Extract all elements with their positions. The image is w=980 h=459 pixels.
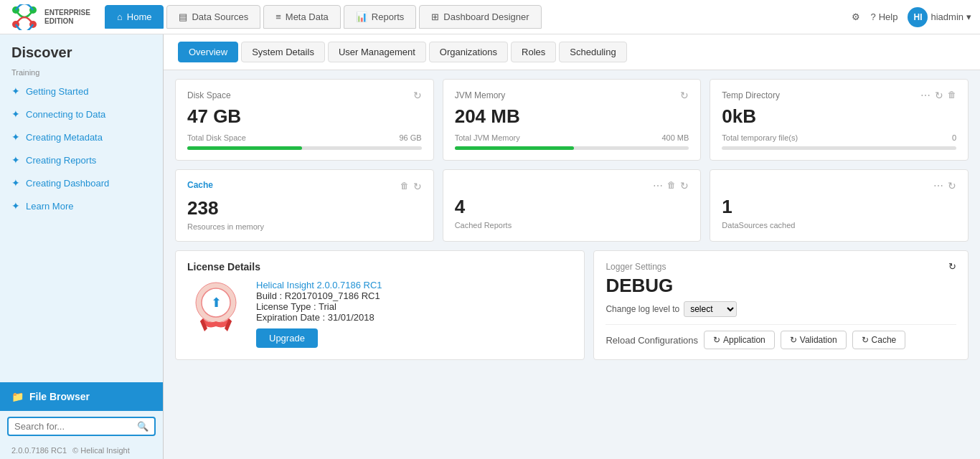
upgrade-button[interactable]: Upgrade — [256, 328, 318, 348]
subtab-overview[interactable]: Overview — [178, 42, 238, 62]
reload-app-icon: ↻ — [713, 335, 720, 345]
logger-level-select[interactable]: select DEBUG INFO WARN ERROR — [684, 301, 737, 317]
jvm-card-icons: ↻ — [680, 90, 689, 101]
search-input[interactable] — [14, 421, 137, 432]
sidebar-section-label: Training — [0, 64, 163, 80]
sidebar-footer: 2.0.0.7186 RC1 © Helical Insight — [0, 442, 163, 459]
tab-dashboard[interactable]: ⊞ Dashboard Designer — [419, 5, 541, 29]
cache-value-3: 1 — [722, 196, 956, 218]
cache-icons-1: 🗑 ↻ — [400, 181, 422, 192]
jvm-card: JVM Memory ↻ 204 MB Total JVM Memory 400… — [443, 79, 702, 161]
logger-label: Logger Settings — [606, 262, 666, 272]
sidebar-item-learn-more[interactable]: ✦ Learn More — [0, 194, 163, 217]
jvm-refresh-icon[interactable]: ↻ — [680, 90, 689, 101]
disk-footer: Total Disk Space 96 GB — [187, 133, 422, 142]
disk-space-card: Disk Space ↻ 47 GB Total Disk Space 96 G… — [175, 79, 434, 161]
help-icon: ? — [870, 11, 875, 22]
file-browser-button[interactable]: 📁 File Browser — [0, 382, 163, 411]
cache2-trash-icon[interactable]: 🗑 — [667, 180, 676, 191]
reports-icon: ✦ — [11, 154, 20, 166]
cache-icons-2: ⋯ 🗑 ↻ — [653, 180, 689, 191]
cache3-dots-icon[interactable]: ⋯ — [933, 180, 943, 191]
metrics-cards-row: Disk Space ↻ 47 GB Total Disk Space 96 G… — [164, 70, 980, 169]
subtab-roles[interactable]: Roles — [511, 42, 556, 62]
logo-area: ENTERPRISE EDITION — [9, 4, 90, 30]
tab-home[interactable]: ⌂ Home — [105, 5, 164, 29]
license-title: License Details — [187, 261, 573, 273]
metadata-icon: ✦ — [11, 131, 20, 143]
dashboard-icon: ✦ — [11, 177, 20, 189]
settings-button[interactable]: ⚙ — [852, 11, 860, 22]
logger-change-row: Change log level to select DEBUG INFO WA… — [606, 301, 956, 317]
help-button[interactable]: ? Help — [870, 11, 897, 22]
license-info: Helical Insight 2.0.0.7186 RC1 Build : R… — [256, 280, 382, 348]
license-body: ⬆ Helical Insight 2.0.0.7186 RC1 Build :… — [187, 280, 573, 348]
sidebar: Discover Training ✦ Getting Started ✦ Co… — [0, 34, 164, 459]
sidebar-item-creating-reports[interactable]: ✦ Creating Reports — [0, 148, 163, 171]
cache-label-3: DataSources cached — [722, 221, 956, 230]
chart-icon: 📊 — [356, 11, 367, 22]
sidebar-item-creating-metadata[interactable]: ✦ Creating Metadata — [0, 126, 163, 148]
cache2-refresh-icon[interactable]: ↻ — [680, 180, 689, 191]
subtab-user-management[interactable]: User Management — [328, 42, 426, 62]
temp-dots-icon[interactable]: ⋯ — [920, 90, 930, 101]
temp-footer: Total temporary file(s) 0 — [722, 133, 956, 142]
cache-card-1-header: Cache 🗑 ↻ — [187, 180, 422, 193]
tab-reports[interactable]: 📊 Reports — [344, 5, 417, 29]
tab-metadata[interactable]: ≡ Meta Data — [263, 5, 341, 29]
cache-refresh-icon[interactable]: ↻ — [413, 181, 422, 192]
jvm-progress-fill — [455, 146, 575, 150]
temp-progress-bg — [722, 146, 956, 150]
learn-more-icon: ✦ — [11, 200, 20, 212]
cache-icons-3: ⋯ ↻ — [933, 180, 956, 191]
cache-section: Cache 🗑 ↻ 238 Resources in memory ⋯ 🗑 ↻ — [164, 169, 980, 250]
reload-validation-button[interactable]: ↻ Validation — [781, 331, 847, 349]
license-build: Build : R20170109_7186 RC1 — [256, 290, 382, 301]
disk-refresh-icon[interactable]: ↻ — [413, 90, 422, 101]
sidebar-item-creating-dashboard[interactable]: ✦ Creating Dashboard — [0, 171, 163, 194]
cache-value-1: 238 — [187, 197, 422, 219]
cache-trash-icon[interactable]: 🗑 — [400, 181, 409, 192]
user-menu[interactable]: HI hiadmin ▾ — [908, 7, 971, 27]
connecting-icon: ✦ — [11, 108, 20, 120]
db-icon: ▤ — [179, 11, 187, 22]
reload-cache-button[interactable]: ↻ Cache — [852, 331, 906, 349]
tab-datasources[interactable]: ▤ Data Sources — [166, 5, 260, 29]
jvm-value: 204 MB — [455, 105, 689, 128]
cache-card-3-header: ⋯ ↻ — [722, 180, 956, 191]
jvm-progress-bg — [455, 146, 689, 150]
temp-trash-icon[interactable]: 🗑 — [948, 90, 956, 101]
sidebar-item-connecting-to-data[interactable]: ✦ Connecting to Data — [0, 103, 163, 126]
cache2-dots-icon[interactable]: ⋯ — [653, 180, 663, 191]
cache-label-2: Cached Reports — [455, 221, 689, 230]
temp-card-header: Temp Directory ⋯ ↻ 🗑 — [722, 90, 956, 101]
user-dropdown-icon: ▾ — [966, 11, 971, 22]
temp-refresh-icon[interactable]: ↻ — [935, 90, 943, 101]
nav-tabs: ⌂ Home ▤ Data Sources ≡ Meta Data 📊 Repo… — [105, 5, 852, 29]
reload-cache-icon: ↻ — [862, 335, 869, 345]
cache-value-2: 4 — [455, 196, 689, 218]
cache-card-3: ⋯ ↻ 1 DataSources cached — [710, 169, 969, 242]
main-layout: Discover Training ✦ Getting Started ✦ Co… — [0, 34, 980, 459]
content-area: Overview System Details User Management … — [164, 34, 980, 459]
subtab-scheduling[interactable]: Scheduling — [559, 42, 626, 62]
reload-row: Reload Configurations ↻ Application ↻ Va… — [606, 324, 956, 349]
cache-card-2-header: ⋯ 🗑 ↻ — [455, 180, 689, 191]
home-icon: ⌂ — [117, 11, 123, 22]
user-avatar: HI — [908, 7, 928, 27]
sub-tabs-bar: Overview System Details User Management … — [164, 34, 980, 70]
subtab-system-details[interactable]: System Details — [241, 42, 325, 62]
reload-application-button[interactable]: ↻ Application — [704, 331, 775, 349]
disk-progress-fill — [187, 146, 302, 150]
disk-value: 47 GB — [187, 105, 422, 128]
sidebar-item-getting-started[interactable]: ✦ Getting Started — [0, 80, 163, 103]
subtab-organizations[interactable]: Organizations — [429, 42, 508, 62]
cache3-refresh-icon[interactable]: ↻ — [948, 180, 956, 191]
logger-header: Logger Settings ↻ — [606, 261, 956, 272]
logo-text: ENTERPRISE EDITION — [44, 9, 90, 26]
logger-card: Logger Settings ↻ DEBUG Change log level… — [593, 250, 969, 360]
license-type: License Type : Trial — [256, 301, 382, 312]
logo-icon — [9, 4, 40, 30]
search-box: 🔍 — [7, 417, 156, 436]
logger-refresh-icon[interactable]: ↻ — [948, 261, 956, 272]
